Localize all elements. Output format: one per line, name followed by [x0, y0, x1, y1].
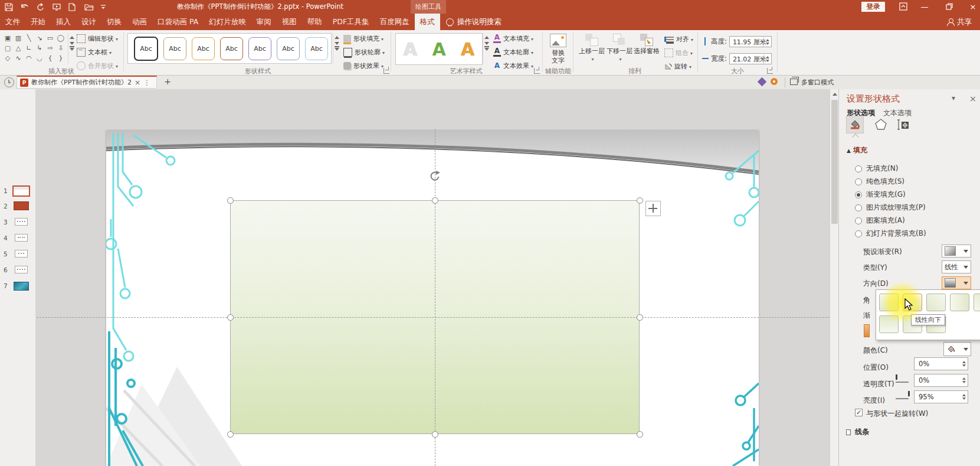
panel-close-icon[interactable]: ×: [969, 94, 976, 103]
fill-option-none[interactable]: 无填充(N): [855, 164, 898, 174]
right-brace-shape-icon[interactable]: }: [55, 53, 66, 63]
width-spinner[interactable]: [763, 54, 771, 64]
shape-style-swatch-3[interactable]: Abc: [192, 37, 215, 60]
rotation-handle[interactable]: [428, 170, 441, 185]
tab-view[interactable]: 视图: [277, 14, 302, 30]
fill-option-solid[interactable]: 纯色填充(S): [855, 177, 904, 187]
triangle-shape-icon[interactable]: △: [13, 43, 24, 53]
tab-slideshow[interactable]: 幻灯片放映: [204, 14, 251, 30]
redo-icon[interactable]: [37, 3, 45, 11]
scroll-up-icon[interactable]: [832, 93, 837, 96]
rectangle-shape-icon[interactable]: ▭: [45, 33, 55, 43]
rounded-rect-shape-icon[interactable]: ▢: [2, 43, 13, 53]
tab-help[interactable]: 帮助: [302, 14, 327, 30]
gallery-more-icon[interactable]: [335, 48, 339, 51]
fill-option-background[interactable]: 幻灯片背景填充(B): [855, 229, 926, 239]
width-input[interactable]: 21.02 厘米: [729, 53, 772, 64]
radio-icon[interactable]: [855, 230, 862, 237]
direction-swatch-5[interactable]: [974, 294, 980, 311]
customize-qat-icon[interactable]: [100, 3, 109, 11]
textbox-h-shape-icon[interactable]: ▣: [2, 33, 13, 43]
tab-file[interactable]: 文件: [0, 14, 25, 30]
shape-gallery-scrollbar[interactable]: [68, 33, 75, 63]
size-dialog-launcher[interactable]: [767, 68, 773, 74]
gradient-color-dropdown[interactable]: [943, 342, 971, 356]
left-brace-shape-icon[interactable]: {: [45, 53, 55, 63]
preset-gradients-dropdown[interactable]: [942, 245, 971, 258]
shape-style-swatch-1[interactable]: Abc: [134, 37, 158, 61]
tab-review[interactable]: 审阅: [251, 14, 277, 30]
size-properties-category-icon[interactable]: [894, 116, 912, 133]
panel-options-icon[interactable]: ▾: [952, 94, 955, 102]
tab-pocket-animation[interactable]: 口袋动画 PA: [152, 14, 204, 30]
shape-style-swatch-7[interactable]: Abc: [305, 37, 328, 60]
slide-editing-canvas[interactable]: [35, 89, 830, 466]
height-input[interactable]: 11.95 厘米: [729, 36, 772, 47]
rotate-button[interactable]: 旋转: [664, 61, 691, 71]
gradient-type-dropdown[interactable]: 线性: [942, 260, 971, 273]
fill-line-category-icon[interactable]: [846, 116, 864, 133]
history-clock-icon[interactable]: [4, 77, 14, 87]
scroll-down-icon[interactable]: [70, 42, 74, 45]
shape-styles-scrollbar[interactable]: [333, 33, 340, 63]
start-slideshow-icon[interactable]: [53, 3, 61, 11]
handle-mid-left[interactable]: [227, 314, 234, 321]
wordart-style-2[interactable]: A: [432, 39, 445, 60]
new-file-icon[interactable]: [68, 3, 77, 11]
rotate-with-shape-checkbox[interactable]: ✓: [855, 409, 863, 416]
fill-option-gradient[interactable]: 渐变填充(G): [855, 190, 906, 200]
gallery-more-icon[interactable]: [70, 48, 74, 51]
slide-thumbnail-6[interactable]: [15, 266, 28, 273]
slide-thumbnail-2[interactable]: [14, 201, 29, 210]
wordart-style-3[interactable]: A: [461, 39, 474, 60]
scroll-down-icon[interactable]: [484, 42, 489, 45]
edit-shape-button[interactable]: 编辑形状: [77, 34, 118, 43]
restore-button[interactable]: [940, 0, 958, 14]
shape-styles-dialog-launcher[interactable]: [384, 68, 389, 74]
scroll-down-icon[interactable]: [335, 42, 339, 45]
selection-pane-button[interactable]: 选择窗格: [632, 34, 661, 55]
insert-placeholder-button[interactable]: [645, 201, 661, 216]
fill-option-pattern[interactable]: 图案填充(A): [855, 216, 905, 226]
ribbon-display-options-icon[interactable]: [894, 0, 912, 14]
slide-thumbnail-4[interactable]: [15, 234, 28, 242]
right-arrow-shape-icon[interactable]: ⇨: [45, 43, 55, 53]
arc-up-shape-icon[interactable]: ◠: [24, 53, 34, 63]
tell-me-search[interactable]: 操作说明搜索: [440, 14, 507, 30]
settings-gear-icon[interactable]: [771, 78, 778, 85]
new-tab-icon[interactable]: +: [163, 77, 172, 87]
fill-option-picture[interactable]: 图片或纹理填充(P): [855, 203, 926, 213]
shape-effects-button[interactable]: 形状效果: [343, 61, 384, 70]
elbow-arrow-connector-icon[interactable]: ↳: [34, 43, 45, 53]
elbow-connector-icon[interactable]: ∟: [24, 43, 34, 53]
diamond-shape-icon[interactable]: ◇: [2, 53, 13, 63]
transparency-slider[interactable]: [896, 376, 911, 387]
handle-bottom-right[interactable]: [637, 431, 643, 438]
tab-animations[interactable]: 动画: [127, 14, 152, 30]
line-section-header[interactable]: 线条: [855, 427, 869, 437]
scroll-up-icon[interactable]: [484, 36, 489, 39]
shape-fill-button[interactable]: 形状填充: [343, 34, 384, 43]
canvas-vertical-scrollbar[interactable]: [830, 89, 839, 466]
radio-selected-icon[interactable]: [855, 191, 862, 198]
gradient-direction-dropdown[interactable]: [942, 276, 971, 289]
radio-icon[interactable]: [855, 165, 862, 172]
handle-top-center[interactable]: [432, 197, 438, 204]
close-tab-icon[interactable]: ×: [135, 77, 140, 89]
shape-outline-button[interactable]: 形状轮廓: [343, 47, 385, 57]
handle-top-left[interactable]: [227, 197, 234, 204]
slide-thumbnail-5[interactable]: [15, 250, 28, 258]
oval-shape-icon[interactable]: ◯: [55, 33, 66, 43]
handle-bottom-left[interactable]: [227, 431, 234, 438]
addin-icon[interactable]: [758, 77, 767, 87]
open-folder-icon[interactable]: [84, 3, 93, 11]
login-button[interactable]: 登录: [861, 2, 885, 12]
height-spinner[interactable]: [763, 37, 771, 47]
close-button[interactable]: ×: [964, 0, 980, 14]
slide-thumbnail-7[interactable]: [14, 282, 29, 291]
wordart-style-1[interactable]: A: [404, 39, 417, 60]
slider-handle[interactable]: [896, 374, 897, 380]
scroll-up-icon[interactable]: [335, 36, 339, 39]
radio-icon[interactable]: [855, 178, 862, 185]
shape-style-swatch-6[interactable]: Abc: [277, 37, 300, 60]
